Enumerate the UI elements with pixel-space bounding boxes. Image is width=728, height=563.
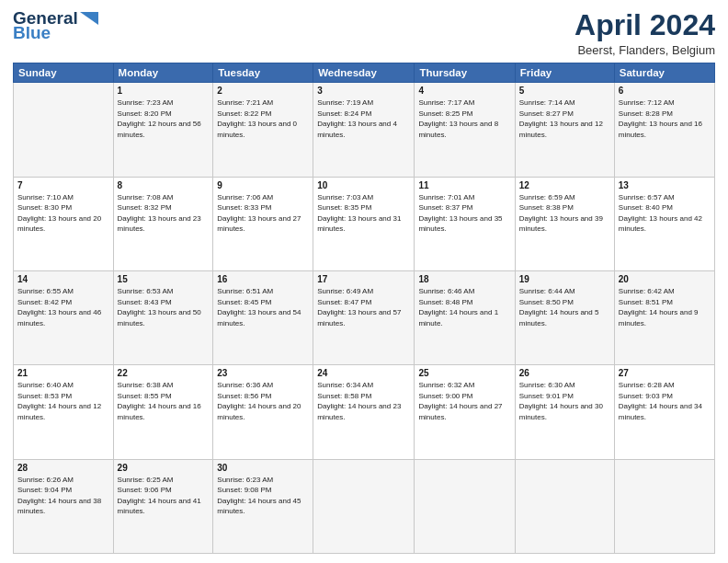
day-number: 27 xyxy=(619,368,711,378)
table-cell: 21Sunrise: 6:40 AM Sunset: 8:53 PM Dayli… xyxy=(14,365,114,459)
table-cell: 28Sunrise: 6:26 AM Sunset: 9:04 PM Dayli… xyxy=(14,459,114,553)
table-cell: 3Sunrise: 7:19 AM Sunset: 8:24 PM Daylig… xyxy=(313,83,415,177)
table-cell: 15Sunrise: 6:53 AM Sunset: 8:43 PM Dayli… xyxy=(113,270,213,364)
col-monday: Monday xyxy=(113,63,213,83)
day-number: 4 xyxy=(418,86,510,96)
table-cell: 1Sunrise: 7:23 AM Sunset: 8:20 PM Daylig… xyxy=(113,83,213,177)
table-cell: 11Sunrise: 7:01 AM Sunset: 8:37 PM Dayli… xyxy=(415,177,515,270)
subtitle: Beerst, Flanders, Belgium xyxy=(574,43,715,57)
day-detail: Sunrise: 6:26 AM Sunset: 9:04 PM Dayligh… xyxy=(17,475,109,517)
week-row-3: 14Sunrise: 6:55 AM Sunset: 8:42 PM Dayli… xyxy=(14,270,715,364)
col-sunday: Sunday xyxy=(14,63,114,83)
table-cell: 4Sunrise: 7:17 AM Sunset: 8:25 PM Daylig… xyxy=(415,83,515,177)
table-cell: 5Sunrise: 7:14 AM Sunset: 8:27 PM Daylig… xyxy=(515,83,614,177)
table-cell: 22Sunrise: 6:38 AM Sunset: 8:55 PM Dayli… xyxy=(113,365,213,459)
week-row-2: 7Sunrise: 7:10 AM Sunset: 8:30 PM Daylig… xyxy=(14,177,715,270)
day-number: 15 xyxy=(118,274,210,284)
table-cell: 2Sunrise: 7:21 AM Sunset: 8:22 PM Daylig… xyxy=(213,83,313,177)
table-cell: 25Sunrise: 6:32 AM Sunset: 9:00 PM Dayli… xyxy=(415,365,515,459)
day-number: 22 xyxy=(118,368,210,378)
day-number: 6 xyxy=(619,86,711,96)
table-cell: 29Sunrise: 6:25 AM Sunset: 9:06 PM Dayli… xyxy=(113,459,213,553)
day-number: 10 xyxy=(317,180,410,190)
day-detail: Sunrise: 6:34 AM Sunset: 8:58 PM Dayligh… xyxy=(317,380,410,422)
table-cell: 6Sunrise: 7:12 AM Sunset: 8:28 PM Daylig… xyxy=(614,83,714,177)
day-detail: Sunrise: 6:38 AM Sunset: 8:55 PM Dayligh… xyxy=(118,380,210,422)
day-number: 17 xyxy=(317,274,410,284)
day-number: 28 xyxy=(17,463,109,473)
title-block: April 2024 Beerst, Flanders, Belgium xyxy=(574,9,715,57)
table-cell xyxy=(415,459,515,553)
table-cell xyxy=(14,83,114,177)
day-detail: Sunrise: 6:30 AM Sunset: 9:01 PM Dayligh… xyxy=(519,380,610,422)
table-cell: 13Sunrise: 6:57 AM Sunset: 8:40 PM Dayli… xyxy=(614,177,714,270)
day-detail: Sunrise: 7:06 AM Sunset: 8:33 PM Dayligh… xyxy=(217,192,309,235)
day-number: 24 xyxy=(317,368,410,378)
table-cell: 7Sunrise: 7:10 AM Sunset: 8:30 PM Daylig… xyxy=(14,177,114,270)
day-detail: Sunrise: 7:08 AM Sunset: 8:32 PM Dayligh… xyxy=(118,192,210,235)
col-saturday: Saturday xyxy=(614,63,714,83)
table-cell: 30Sunrise: 6:23 AM Sunset: 9:08 PM Dayli… xyxy=(213,459,313,553)
day-number: 13 xyxy=(619,180,711,190)
svg-marker-0 xyxy=(80,12,98,25)
day-detail: Sunrise: 7:23 AM Sunset: 8:20 PM Dayligh… xyxy=(118,98,210,140)
day-detail: Sunrise: 6:28 AM Sunset: 9:03 PM Dayligh… xyxy=(619,380,711,422)
day-detail: Sunrise: 7:17 AM Sunset: 8:25 PM Dayligh… xyxy=(418,98,510,140)
day-number: 5 xyxy=(519,86,610,96)
week-row-4: 21Sunrise: 6:40 AM Sunset: 8:53 PM Dayli… xyxy=(14,365,715,459)
page: General Blue April 2024 Beerst, Flanders… xyxy=(0,0,728,563)
calendar: Sunday Monday Tuesday Wednesday Thursday… xyxy=(13,63,715,554)
table-cell: 27Sunrise: 6:28 AM Sunset: 9:03 PM Dayli… xyxy=(614,365,714,459)
day-number: 18 xyxy=(418,274,510,284)
day-detail: Sunrise: 7:03 AM Sunset: 8:35 PM Dayligh… xyxy=(317,192,410,235)
table-cell: 24Sunrise: 6:34 AM Sunset: 8:58 PM Dayli… xyxy=(313,365,415,459)
day-detail: Sunrise: 6:23 AM Sunset: 9:08 PM Dayligh… xyxy=(217,475,309,517)
day-number: 1 xyxy=(118,86,210,96)
day-number: 2 xyxy=(217,86,309,96)
table-cell: 10Sunrise: 7:03 AM Sunset: 8:35 PM Dayli… xyxy=(313,177,415,270)
col-tuesday: Tuesday xyxy=(213,63,313,83)
day-detail: Sunrise: 6:46 AM Sunset: 8:48 PM Dayligh… xyxy=(418,286,510,328)
day-detail: Sunrise: 6:40 AM Sunset: 8:53 PM Dayligh… xyxy=(17,380,109,422)
day-number: 23 xyxy=(217,368,309,378)
col-wednesday: Wednesday xyxy=(313,63,415,83)
day-detail: Sunrise: 6:57 AM Sunset: 8:40 PM Dayligh… xyxy=(619,192,711,235)
day-number: 7 xyxy=(17,180,109,190)
day-detail: Sunrise: 6:25 AM Sunset: 9:06 PM Dayligh… xyxy=(118,475,210,517)
day-number: 3 xyxy=(317,86,410,96)
table-cell: 12Sunrise: 6:59 AM Sunset: 8:38 PM Dayli… xyxy=(515,177,614,270)
table-cell: 23Sunrise: 6:36 AM Sunset: 8:56 PM Dayli… xyxy=(213,365,313,459)
logo: General Blue xyxy=(13,9,100,41)
table-cell xyxy=(614,459,714,553)
day-detail: Sunrise: 7:01 AM Sunset: 8:37 PM Dayligh… xyxy=(418,192,510,235)
day-number: 30 xyxy=(217,463,309,473)
col-thursday: Thursday xyxy=(415,63,515,83)
day-detail: Sunrise: 7:14 AM Sunset: 8:27 PM Dayligh… xyxy=(519,98,610,140)
table-cell: 20Sunrise: 6:42 AM Sunset: 8:51 PM Dayli… xyxy=(614,270,714,364)
table-cell: 8Sunrise: 7:08 AM Sunset: 8:32 PM Daylig… xyxy=(113,177,213,270)
table-cell: 17Sunrise: 6:49 AM Sunset: 8:47 PM Dayli… xyxy=(313,270,415,364)
day-detail: Sunrise: 6:53 AM Sunset: 8:43 PM Dayligh… xyxy=(118,286,210,328)
day-number: 11 xyxy=(418,180,510,190)
week-row-5: 28Sunrise: 6:26 AM Sunset: 9:04 PM Dayli… xyxy=(14,459,715,553)
table-cell: 14Sunrise: 6:55 AM Sunset: 8:42 PM Dayli… xyxy=(14,270,114,364)
header: General Blue April 2024 Beerst, Flanders… xyxy=(13,9,715,57)
day-detail: Sunrise: 6:55 AM Sunset: 8:42 PM Dayligh… xyxy=(17,286,109,328)
day-detail: Sunrise: 7:21 AM Sunset: 8:22 PM Dayligh… xyxy=(217,98,309,140)
table-cell: 9Sunrise: 7:06 AM Sunset: 8:33 PM Daylig… xyxy=(213,177,313,270)
day-detail: Sunrise: 7:12 AM Sunset: 8:28 PM Dayligh… xyxy=(619,98,711,140)
day-number: 16 xyxy=(217,274,309,284)
day-detail: Sunrise: 7:19 AM Sunset: 8:24 PM Dayligh… xyxy=(317,98,410,140)
table-cell: 26Sunrise: 6:30 AM Sunset: 9:01 PM Dayli… xyxy=(515,365,614,459)
week-row-1: 1Sunrise: 7:23 AM Sunset: 8:20 PM Daylig… xyxy=(14,83,715,177)
day-detail: Sunrise: 6:51 AM Sunset: 8:45 PM Dayligh… xyxy=(217,286,309,328)
day-detail: Sunrise: 6:36 AM Sunset: 8:56 PM Dayligh… xyxy=(217,380,309,422)
day-detail: Sunrise: 7:10 AM Sunset: 8:30 PM Dayligh… xyxy=(17,192,109,235)
table-cell: 19Sunrise: 6:44 AM Sunset: 8:50 PM Dayli… xyxy=(515,270,614,364)
col-friday: Friday xyxy=(515,63,614,83)
day-number: 26 xyxy=(519,368,610,378)
day-detail: Sunrise: 6:59 AM Sunset: 8:38 PM Dayligh… xyxy=(519,192,610,235)
day-number: 29 xyxy=(118,463,210,473)
day-number: 12 xyxy=(519,180,610,190)
day-number: 19 xyxy=(519,274,610,284)
